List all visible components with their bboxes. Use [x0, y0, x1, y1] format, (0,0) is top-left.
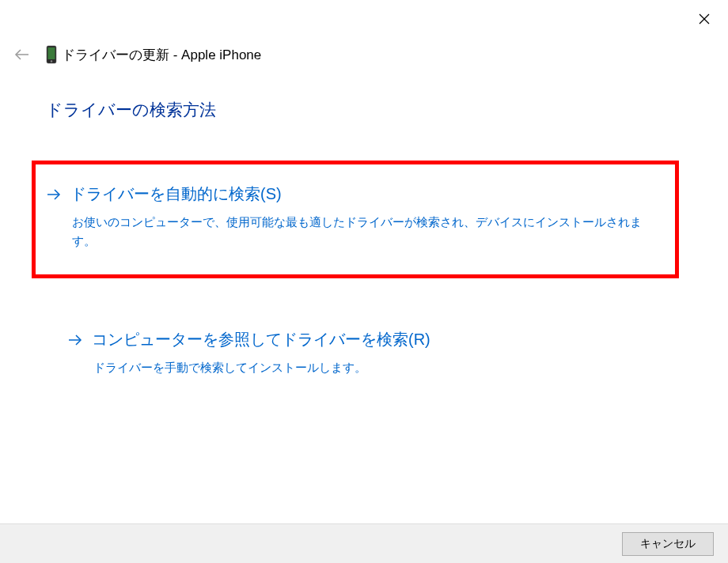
arrow-right-icon: [47, 189, 61, 200]
option-auto-search[interactable]: ドライバーを自動的に検索(S) お使いのコンピューターで、使用可能な最も適したド…: [32, 161, 679, 278]
svg-rect-4: [48, 47, 55, 59]
option-description: お使いのコンピューターで、使用可能な最も適したドライバーが検索され、デバイスにイ…: [72, 213, 643, 251]
back-button[interactable]: [14, 48, 30, 61]
option-title: ドライバーを自動的に検索(S): [70, 183, 282, 205]
cancel-button[interactable]: キャンセル: [622, 532, 714, 556]
svg-point-5: [51, 60, 52, 62]
option-title: コンピューターを参照してドライバーを検索(R): [92, 329, 430, 350]
content: ドライバーの検索方法 ドライバーを自動的に検索(S) お使いのコンピューターで、…: [46, 99, 696, 431]
option-manual-search[interactable]: コンピューターを参照してドライバーを検索(R) ドライバーを手動で検索してインス…: [46, 307, 696, 402]
arrow-left-icon: [14, 48, 30, 61]
option-description: ドライバーを手動で検索してインストールします。: [93, 358, 674, 377]
footer: キャンセル: [0, 523, 728, 563]
option-title-row: コンピューターを参照してドライバーを検索(R): [68, 329, 674, 350]
device-icon: [46, 45, 57, 64]
page-heading: ドライバーの検索方法: [46, 99, 696, 121]
option-title-row: ドライバーを自動的に検索(S): [47, 183, 643, 205]
close-button[interactable]: [695, 9, 714, 28]
window-title: ドライバーの更新 - Apple iPhone: [62, 46, 261, 64]
window-title-row: ドライバーの更新 - Apple iPhone: [46, 45, 261, 64]
arrow-right-icon: [68, 334, 82, 346]
header: ドライバーの更新 - Apple iPhone: [14, 45, 261, 64]
close-icon: [698, 13, 711, 25]
